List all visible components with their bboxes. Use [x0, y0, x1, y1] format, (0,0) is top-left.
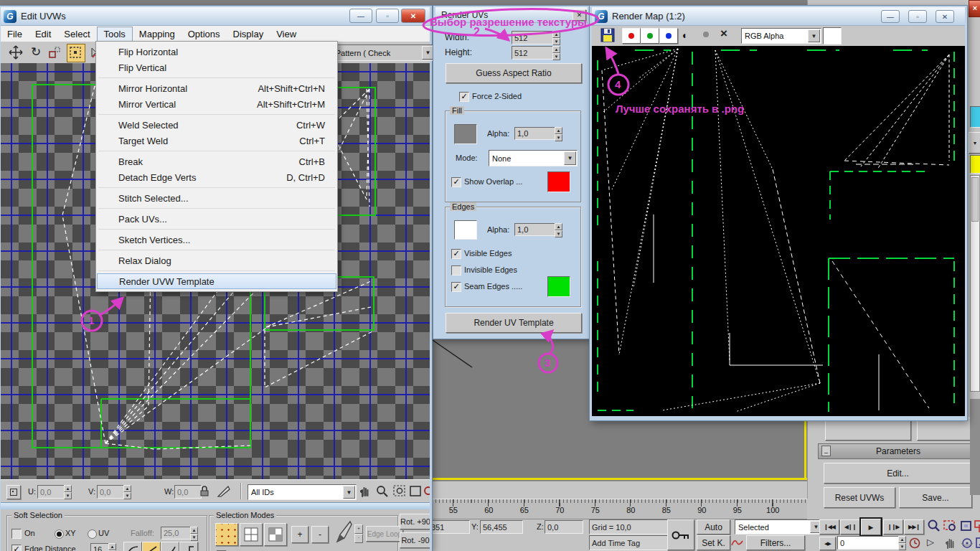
render-uv-template-button[interactable]: Render UV Template: [446, 313, 582, 333]
zoom-extents-all-icon[interactable]: [974, 519, 980, 534]
menu-item-detach-edge-verts[interactable]: Detach Edge VertsD, Ctrl+D: [97, 169, 336, 185]
fill-alpha-spinner[interactable]: ▲▼: [555, 127, 562, 140]
play-button[interactable]: ▶: [861, 519, 881, 535]
rotate-plus90-button[interactable]: Rot. +90: [400, 514, 430, 529]
scale-tool-icon[interactable]: [48, 46, 61, 59]
falloff-spinner[interactable]: ▲▼: [190, 527, 198, 540]
fill-mode-dropdown[interactable]: None▼: [489, 150, 578, 166]
next-frame-button[interactable]: ❙❙▶: [883, 519, 903, 534]
menu-item-relax-dialog[interactable]: Relax Dialog: [97, 253, 336, 268]
falloff-curve-button-2[interactable]: [142, 542, 161, 551]
close-button[interactable]: ✕: [936, 10, 954, 23]
alpha-channel-icon[interactable]: ◐: [682, 29, 695, 42]
zoom-region-icon[interactable]: [943, 519, 958, 534]
edge-loop-button[interactable]: Edge Loop: [366, 526, 403, 542]
key-filter-dropdown[interactable]: Selected▼: [735, 519, 824, 534]
move-tool-icon[interactable]: [8, 44, 24, 60]
seam-edges-checkbox[interactable]: ✓: [451, 282, 461, 292]
falloff-curve-button-3[interactable]: [161, 542, 179, 551]
menubar-item[interactable]: Tools: [97, 27, 133, 42]
force-2sided-checkbox[interactable]: ✓: [459, 92, 469, 102]
paint-size-spinner[interactable]: +-: [354, 524, 363, 543]
close-button[interactable]: ✕: [401, 9, 425, 23]
overlap-color-swatch[interactable]: [547, 171, 570, 192]
edge-distance-checkbox[interactable]: ✓: [11, 545, 22, 551]
filters-button[interactable]: Filters...: [746, 535, 805, 550]
vertex-mode-button[interactable]: [215, 523, 238, 546]
v-spinner[interactable]: ▲▼: [123, 485, 131, 499]
height-spinner[interactable]: ▲▼: [552, 46, 560, 60]
edge-color-swatch[interactable]: [454, 220, 477, 240]
menu-item-sketch-vertices[interactable]: Sketch Vertices...: [97, 232, 336, 248]
orbit-icon[interactable]: [960, 536, 974, 550]
maximize-viewport-icon[interactable]: [974, 536, 980, 550]
menubar-item[interactable]: View: [270, 27, 303, 41]
render-map-canvas[interactable]: [592, 46, 965, 416]
go-to-start-button[interactable]: ❙◀◀: [819, 519, 839, 534]
xy-radio[interactable]: [55, 529, 64, 539]
blue-channel-button[interactable]: [659, 28, 678, 44]
play-selected-icon[interactable]: ▷: [927, 537, 941, 550]
grow-selection-button[interactable]: +: [291, 526, 308, 543]
reset-uvws-button[interactable]: Reset UVWs: [824, 487, 895, 508]
minimize-button[interactable]: —: [881, 10, 900, 23]
add-time-tag-field[interactable]: Add Time Tag: [589, 535, 668, 550]
menubar-item[interactable]: Edit: [29, 27, 57, 41]
menu-item-stitch-selected[interactable]: Stitch Selected...: [97, 190, 336, 206]
lock-icon[interactable]: [199, 484, 210, 498]
mono-channel-icon[interactable]: [699, 29, 712, 42]
face-mode-button[interactable]: [264, 523, 287, 546]
pattern-dropdown[interactable]: erPattern ( Check▼: [325, 44, 435, 61]
go-to-end-button[interactable]: ▶▶❙: [904, 519, 924, 534]
channel-display-dropdown[interactable]: RGB Alpha▼: [741, 28, 821, 44]
curve-waveform-icon[interactable]: [731, 537, 743, 549]
panel-yellow-swatch[interactable]: [970, 155, 980, 174]
edge-distance-spinner[interactable]: ▲▼: [108, 543, 116, 551]
edges-alpha-spinner[interactable]: ▲▼: [555, 223, 562, 236]
minimize-button[interactable]: —: [349, 9, 372, 23]
guess-aspect-ratio-button[interactable]: Guess Aspect Ratio: [446, 63, 582, 83]
rotate-minus90-button[interactable]: Rot. -90: [400, 532, 430, 548]
chevron-down-icon[interactable]: ▼: [343, 486, 355, 499]
green-channel-button[interactable]: [641, 28, 659, 44]
menu-item-pack-uvs[interactable]: Pack UVs...: [97, 211, 336, 227]
material-id-dropdown[interactable]: All IDs▼: [248, 484, 357, 500]
pan-hand-icon[interactable]: [943, 536, 958, 550]
menu-item-weld-selected[interactable]: Weld SelectedCtrl+W: [97, 117, 336, 133]
fill-color-swatch[interactable]: [454, 124, 477, 144]
soft-selection-on-checkbox[interactable]: [11, 529, 22, 539]
zoom-region-icon[interactable]: [392, 484, 407, 499]
quill-icon[interactable]: [216, 484, 232, 499]
previous-frame-button[interactable]: ◀❙❙: [840, 519, 860, 534]
x-coordinate-field[interactable]: 351: [428, 520, 470, 534]
falloff-curve-button-1[interactable]: [123, 542, 142, 551]
menu-item-target-weld[interactable]: Target WeldCtrl+T: [97, 133, 336, 149]
zoom-extents-icon[interactable]: [959, 519, 974, 534]
u-spinner[interactable]: ▲▼: [64, 485, 72, 499]
save-bitmap-icon[interactable]: [600, 28, 615, 42]
paint-select-icon[interactable]: [333, 520, 353, 545]
rollout-collapse-icon[interactable]: _: [821, 446, 831, 456]
edge-mode-button[interactable]: [240, 523, 263, 546]
panel-scrollbar-thumb[interactable]: [971, 177, 979, 222]
frame-spinner[interactable]: ▲▼: [898, 536, 906, 550]
visible-edges-checkbox[interactable]: ✓: [451, 249, 461, 259]
panel-scrollbar[interactable]: [970, 175, 980, 392]
menubar-item[interactable]: Mapping: [133, 27, 182, 41]
maximize-button[interactable]: ▫: [376, 9, 399, 23]
width-spinner[interactable]: ▲▼: [552, 31, 560, 44]
zoom-icon[interactable]: [926, 519, 941, 534]
freeform-tool-icon[interactable]: [67, 44, 85, 62]
invisible-edges-checkbox[interactable]: [451, 265, 461, 276]
set-key-button[interactable]: Set K.: [697, 535, 730, 550]
auto-key-button[interactable]: Auto: [697, 519, 730, 534]
clear-icon[interactable]: ×: [717, 27, 731, 44]
menu-item-render-uvw-template[interactable]: Render UVW Template: [97, 273, 336, 289]
zoom-icon[interactable]: [375, 484, 390, 499]
falloff-curve-button-4[interactable]: [179, 542, 198, 551]
zoom-extents-icon[interactable]: [408, 484, 423, 499]
chevron-down-icon[interactable]: ▼: [808, 29, 820, 42]
background-color-swatch[interactable]: [823, 27, 842, 44]
height-field[interactable]: 512: [512, 46, 557, 60]
y-coordinate-field[interactable]: 56,455: [480, 520, 523, 534]
